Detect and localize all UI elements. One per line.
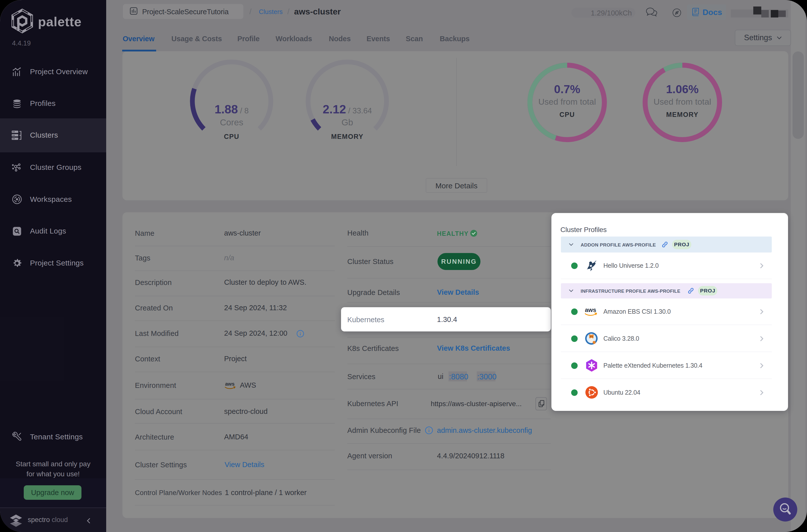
svg-text:aws: aws — [585, 306, 596, 313]
